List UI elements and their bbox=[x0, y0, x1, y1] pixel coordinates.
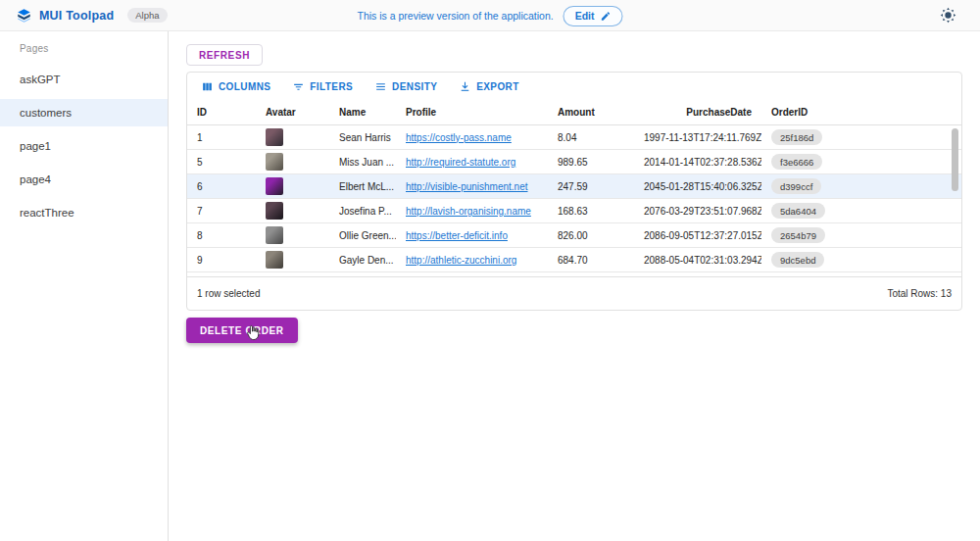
order-id-chip: 2654b79 bbox=[771, 227, 825, 243]
data-grid: COLUMNS FILTERS DENSITY EXPORT bbox=[186, 72, 962, 311]
profile-link[interactable]: http://visible-punishment.net bbox=[406, 181, 528, 192]
cell-profile: http://athletic-zucchini.org bbox=[396, 255, 548, 266]
grid-rows-viewport: 1 Sean Harris https://costly-pass.name 8… bbox=[187, 125, 961, 276]
table-row[interactable]: 1 Sean Harris https://costly-pass.name 8… bbox=[187, 125, 961, 150]
export-icon bbox=[459, 80, 471, 93]
density-button-label: DENSITY bbox=[392, 81, 437, 92]
filters-button[interactable]: FILTERS bbox=[284, 77, 361, 96]
sidebar-item[interactable]: customers bbox=[0, 99, 168, 126]
pencil-icon bbox=[601, 11, 612, 22]
sidebar-item-label: askGPT bbox=[20, 74, 61, 85]
cell-profile: https://better-deficit.info bbox=[396, 230, 548, 241]
avatar bbox=[266, 226, 283, 244]
profile-link[interactable]: http://athletic-zucchini.org bbox=[406, 255, 516, 266]
sidebar-item[interactable]: reactThree bbox=[0, 199, 168, 226]
table-row[interactable]: 6 Elbert McL... http://visible-punishmen… bbox=[187, 174, 961, 199]
avatar bbox=[266, 202, 283, 220]
cell-amount: 168.63 bbox=[548, 206, 634, 217]
light-mode-sun-icon bbox=[940, 7, 956, 24]
cell-name: Gayle Den... bbox=[329, 255, 396, 266]
cell-id: 9 bbox=[187, 255, 256, 266]
cell-avatar bbox=[256, 128, 329, 146]
column-header-name[interactable]: Name bbox=[329, 107, 396, 118]
column-header-profile[interactable]: Profile bbox=[396, 107, 548, 118]
profile-link[interactable]: http://lavish-organising.name bbox=[406, 206, 531, 217]
total-rows-label: Total Rows: 13 bbox=[887, 288, 952, 299]
refresh-button[interactable]: REFRESH bbox=[186, 44, 263, 66]
cell-amount: 989.65 bbox=[548, 157, 634, 168]
cell-purchase-date: 2088-05-04T02:31:03.294Z bbox=[634, 255, 761, 266]
toolpad-logo-icon bbox=[17, 8, 31, 23]
main-content: REFRESH COLUMNS FILTERS DENSITY bbox=[169, 31, 980, 541]
order-id-chip: 25f186d bbox=[771, 129, 822, 145]
cell-profile: http://required-statute.org bbox=[396, 157, 548, 168]
cell-name: Elbert McL... bbox=[329, 181, 396, 192]
cell-avatar bbox=[256, 153, 329, 171]
cell-id: 5 bbox=[187, 157, 256, 168]
cell-avatar bbox=[256, 226, 329, 244]
cell-purchase-date: 1997-11-13T17:24:11.769Z bbox=[634, 132, 761, 143]
columns-icon bbox=[201, 80, 214, 93]
sidebar-item[interactable]: page1 bbox=[0, 132, 168, 160]
columns-button[interactable]: COLUMNS bbox=[193, 77, 278, 96]
table-row[interactable]: 7 Josefina P... http://lavish-organising… bbox=[187, 199, 961, 223]
app-title: MUI Toolpad bbox=[39, 9, 114, 23]
columns-button-label: COLUMNS bbox=[219, 81, 270, 92]
sidebar-page-list: askGPT customers page1 page4 reactThree bbox=[0, 66, 168, 226]
preview-message: This is a preview version of the applica… bbox=[357, 10, 553, 22]
table-row[interactable]: 5 Miss Juan ... http://required-statute.… bbox=[187, 150, 961, 174]
order-id-chip: 5da6404 bbox=[771, 203, 825, 219]
profile-link[interactable]: https://better-deficit.info bbox=[406, 230, 508, 241]
cell-order-id: 9dc5ebd bbox=[761, 252, 961, 268]
sidebar-item-label: page4 bbox=[20, 173, 51, 185]
filter-icon bbox=[292, 80, 305, 93]
order-id-chip: f3e6666 bbox=[771, 154, 822, 170]
avatar bbox=[266, 177, 283, 195]
cell-purchase-date: 2014-01-14T02:37:28.536Z bbox=[634, 157, 761, 168]
density-icon bbox=[374, 80, 387, 93]
cell-id: 8 bbox=[187, 230, 256, 241]
sidebar: Pages askGPT customers page1 page4 react… bbox=[0, 31, 169, 541]
order-id-chip: d399ccf bbox=[771, 178, 821, 194]
cell-profile: https://costly-pass.name bbox=[396, 132, 548, 143]
cell-purchase-date: 2086-09-05T12:37:27.015Z bbox=[634, 230, 761, 241]
density-button[interactable]: DENSITY bbox=[367, 77, 445, 96]
edit-button[interactable]: Edit bbox=[564, 6, 623, 26]
avatar bbox=[266, 251, 283, 269]
table-row[interactable]: 8 Ollie Green... https://better-deficit.… bbox=[187, 223, 961, 248]
cell-order-id: 5da6404 bbox=[761, 203, 961, 219]
profile-link[interactable]: https://costly-pass.name bbox=[406, 132, 512, 143]
cell-id: 1 bbox=[187, 132, 256, 143]
cell-name: Josefina P... bbox=[329, 206, 396, 217]
theme-toggle-button[interactable] bbox=[939, 7, 956, 25]
cell-purchase-date: 2076-03-29T23:51:07.968Z bbox=[634, 206, 761, 217]
column-header-id[interactable]: ID bbox=[187, 107, 256, 118]
table-row[interactable]: 9 Gayle Den... http://athletic-zucchini.… bbox=[187, 248, 961, 272]
cell-id: 6 bbox=[187, 181, 256, 192]
cell-amount: 8.04 bbox=[548, 132, 634, 143]
cell-name: Sean Harris bbox=[329, 132, 396, 143]
cell-profile: http://lavish-organising.name bbox=[396, 206, 548, 217]
selection-status: 1 row selected bbox=[197, 288, 260, 299]
export-button[interactable]: EXPORT bbox=[451, 77, 527, 96]
column-header-amount[interactable]: Amount bbox=[548, 107, 634, 118]
filters-button-label: FILTERS bbox=[310, 81, 353, 92]
delete-order-button[interactable]: DELETE ORDER bbox=[186, 318, 298, 343]
sidebar-item[interactable]: askGPT bbox=[0, 66, 168, 93]
column-header-orderid[interactable]: OrderID bbox=[761, 107, 961, 118]
sidebar-item-label: customers bbox=[20, 107, 72, 119]
column-header-purchasedate[interactable]: PurchaseDate bbox=[634, 107, 761, 118]
vertical-scrollbar[interactable] bbox=[952, 128, 958, 191]
grid-toolbar: COLUMNS FILTERS DENSITY EXPORT bbox=[187, 73, 961, 100]
cell-name: Miss Juan ... bbox=[329, 157, 396, 168]
cell-order-id: 25f186d bbox=[761, 129, 961, 145]
column-header-avatar[interactable]: Avatar bbox=[256, 107, 329, 118]
sidebar-item[interactable]: page4 bbox=[0, 166, 168, 193]
cell-order-id: f3e6666 bbox=[761, 154, 961, 170]
preview-banner: This is a preview version of the applica… bbox=[357, 0, 622, 31]
cell-id: 7 bbox=[187, 206, 256, 217]
profile-link[interactable]: http://required-statute.org bbox=[406, 157, 515, 168]
cell-name: Ollie Green... bbox=[329, 230, 396, 241]
app-brand: MUI Toolpad Alpha bbox=[0, 8, 168, 23]
app-header: MUI Toolpad Alpha This is a preview vers… bbox=[0, 0, 980, 31]
